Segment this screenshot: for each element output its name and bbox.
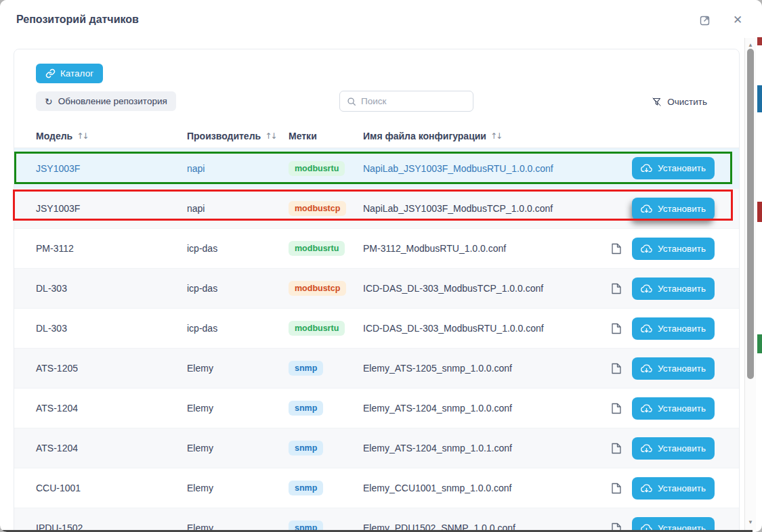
edge-fragment (757, 85, 762, 112)
close-icon[interactable]: ✕ (731, 13, 744, 26)
sensor-repository-modal: Репозиторий датчиков ✕ Каталог ↻ О (0, 0, 762, 532)
file-icon[interactable] (612, 283, 632, 294)
file-icon[interactable] (612, 443, 632, 454)
search-input[interactable] (361, 96, 466, 106)
cloud-download-icon (641, 363, 652, 374)
cloud-download-icon (641, 204, 652, 214)
table-header: Модель ↑↓ Производитель ↑↓ Метки Имя фай… (14, 124, 739, 148)
tag-badge: modbustcp (289, 201, 346, 216)
model-cell: CCU-1001 (36, 483, 187, 493)
config-file-cell: NapiLab_JSY1003F_ModbusRTU_1.0.0.conf (363, 163, 612, 174)
file-icon[interactable] (612, 403, 632, 414)
cloud-download-icon (641, 284, 652, 294)
manufacturer-cell: napi (187, 203, 289, 214)
manufacturer-cell: icp-das (187, 323, 289, 334)
cloud-download-icon (641, 443, 652, 453)
install-button-label: Установить (658, 204, 706, 214)
modal-header-actions: ✕ (698, 13, 744, 26)
table-row[interactable]: DL-303 icp-das modbusrtu ICD-DAS_DL-303_… (14, 308, 739, 348)
install-button[interactable]: Установить (632, 477, 715, 500)
vertical-scrollbar[interactable]: ▲ ▼ (744, 38, 756, 530)
install-button[interactable]: Установить (632, 437, 715, 460)
install-button[interactable]: Установить (632, 198, 715, 220)
column-header-manufacturer[interactable]: Производитель ↑↓ (187, 131, 289, 141)
catalog-button[interactable]: Каталог (36, 64, 103, 83)
config-file-cell: Elemy_ATS-1204_snmp_1.0.0.conf (363, 403, 612, 414)
table-row[interactable]: DL-303 icp-das modbustcp ICD-DAS_DL-303_… (14, 268, 739, 308)
refresh-icon: ↻ (45, 96, 53, 107)
file-icon[interactable] (612, 363, 632, 374)
config-file-cell: ICD-DAS_DL-303_ModbusTCP_1.0.0.conf (363, 283, 612, 294)
tag-badge: modbusrtu (289, 161, 345, 176)
model-cell: ATS-1204 (36, 403, 187, 414)
table-row[interactable]: JSY1003F napi modbustcp NapiLab_JSY1003F… (14, 188, 739, 228)
model-cell: JSY1003F (36, 163, 187, 174)
clear-button-label: Очистить (667, 97, 707, 107)
tag-badge: modbusrtu (289, 241, 345, 256)
file-icon[interactable] (612, 243, 632, 254)
filter-off-icon (652, 97, 662, 107)
expand-icon[interactable] (698, 13, 712, 26)
model-cell: JSY1003F (36, 203, 187, 214)
column-header-config-file[interactable]: Имя файла конфигурации ↑↓ (363, 131, 715, 141)
table-row[interactable]: CCU-1001 Elemy snmp Elemy_CCU1001_snmp_1… (14, 468, 739, 508)
file-icon[interactable] (612, 483, 632, 494)
scroll-down-arrow-icon[interactable]: ▼ (745, 518, 756, 527)
table-row[interactable]: ATS-1205 Elemy snmp Elemy_ATS-1205_snmp_… (14, 348, 739, 388)
install-button-label: Установить (658, 403, 706, 414)
catalog-button-label: Каталог (60, 68, 93, 79)
manufacturer-cell: Elemy (187, 483, 289, 493)
sort-arrows-icon[interactable]: ↑↓ (77, 131, 87, 141)
edge-fragment (757, 37, 762, 45)
manufacturer-cell: icp-das (187, 283, 289, 294)
tag-badge: modbustcp (289, 281, 346, 296)
model-cell: PM-3112 (36, 243, 187, 254)
file-icon[interactable] (612, 323, 632, 334)
cloud-download-icon (641, 244, 652, 254)
table-row[interactable]: IPDU-1502 Elemy snmp Elemy_PDU1502_SNMP_… (14, 508, 739, 532)
refresh-repository-button[interactable]: ↻ Обновление репозитория (36, 91, 176, 111)
sort-arrows-icon[interactable]: ↑↓ (265, 131, 276, 141)
search-box (339, 91, 473, 112)
config-file-cell: Elemy_ATS-1205_snmp_1.0.0.conf (363, 363, 612, 374)
table-body: JSY1003F napi modbusrtu NapiLab_JSY1003F… (14, 148, 739, 532)
manufacturer-cell: Elemy (187, 403, 289, 414)
manufacturer-cell: icp-das (187, 243, 289, 254)
tag-badge: snmp (289, 361, 323, 376)
clear-filters-button[interactable]: Очистить (652, 93, 707, 110)
install-button[interactable]: Установить (632, 317, 715, 340)
install-button-label: Установить (658, 483, 706, 493)
table-row[interactable]: PM-3112 icp-das modbusrtu PM-3112_Modbus… (14, 228, 739, 268)
install-button[interactable]: Установить (632, 357, 715, 380)
table-row[interactable]: JSY1003F napi modbusrtu NapiLab_JSY1003F… (14, 148, 739, 188)
model-cell: ATS-1204 (36, 443, 187, 453)
cloud-download-icon (641, 483, 652, 493)
sort-arrows-icon[interactable]: ↑↓ (490, 131, 501, 141)
install-button-label: Установить (658, 443, 706, 453)
scrollbar-thumb[interactable] (747, 49, 754, 379)
install-button-label: Установить (658, 363, 706, 374)
install-button[interactable]: Установить (632, 278, 715, 300)
table-row[interactable]: ATS-1204 Elemy snmp Elemy_ATS-1204_snmp_… (14, 428, 739, 468)
install-button[interactable]: Установить (632, 397, 715, 420)
search-icon (347, 97, 356, 106)
edge-fragment (757, 334, 762, 353)
install-button-label: Установить (658, 284, 706, 294)
config-file-cell: PM-3112_ModbusRTU_1.0.0.conf (363, 243, 612, 254)
config-file-cell: NapiLab_JSY1003F_ModbusTCP_1.0.0.conf (363, 203, 612, 214)
tag-badge: snmp (289, 481, 323, 495)
cloud-download-icon (641, 403, 652, 414)
model-cell: ATS-1205 (36, 363, 187, 374)
install-button[interactable]: Установить (632, 157, 715, 179)
model-cell: DL-303 (36, 283, 187, 294)
tag-badge: modbusrtu (289, 321, 345, 336)
link-icon (45, 68, 56, 79)
tag-badge: snmp (289, 441, 323, 456)
column-header-model[interactable]: Модель ↑↓ (36, 131, 187, 141)
tag-badge: snmp (289, 401, 323, 416)
modal-title: Репозиторий датчиков (16, 14, 139, 26)
manufacturer-cell: Elemy (187, 363, 289, 374)
install-button[interactable]: Установить (632, 238, 715, 260)
table-row[interactable]: ATS-1204 Elemy snmp Elemy_ATS-1204_snmp_… (14, 388, 739, 428)
cloud-download-icon (641, 324, 652, 334)
